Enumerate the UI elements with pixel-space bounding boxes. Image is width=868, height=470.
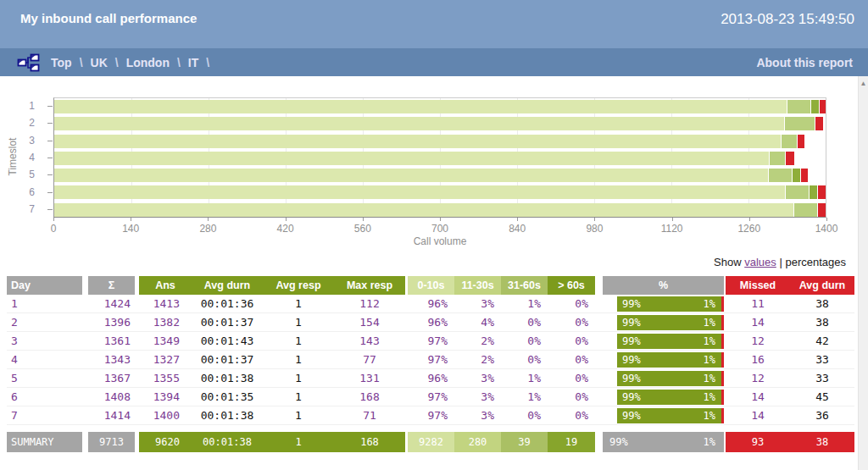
cell-0-10s[interactable]: 96%: [408, 295, 454, 313]
cell-11-30s[interactable]: 3%: [454, 388, 501, 406]
cell-11-30s[interactable]: 3%: [454, 295, 501, 313]
cell-gt60s[interactable]: 0%: [548, 332, 595, 351]
cell-0-10s[interactable]: 97%: [408, 388, 454, 406]
cell-gt60s[interactable]: 0%: [548, 388, 595, 406]
cell-11-30s[interactable]: 2%: [454, 332, 501, 351]
cell-ans[interactable]: 1394: [139, 388, 192, 406]
cell-max-resp[interactable]: 131: [334, 369, 405, 388]
bar-segment-11-30s: [785, 185, 809, 199]
y-tick-label-5: 5: [9, 169, 35, 180]
cell-gt60s[interactable]: 0%: [548, 406, 595, 425]
cell-day[interactable]: 1: [7, 295, 82, 313]
cell-max-resp[interactable]: 77: [334, 351, 405, 369]
chart-bar-timeslot-1: [54, 100, 826, 113]
cell-31-60s[interactable]: 0%: [501, 351, 548, 369]
cell-max-resp[interactable]: 154: [334, 313, 405, 332]
cell-sum[interactable]: 1424: [88, 295, 135, 313]
cell-sum[interactable]: 1408: [88, 388, 135, 406]
cell-31-60s[interactable]: 1%: [501, 369, 548, 388]
cell-31-60s[interactable]: 1%: [501, 295, 548, 313]
bar-segment-11-30s: [784, 117, 815, 130]
cell-0-10s[interactable]: 97%: [408, 332, 454, 351]
scrollbar[interactable]: ▲: [858, 76, 868, 470]
breadcrumb-item-it[interactable]: IT: [188, 56, 198, 69]
answered-missed-ratio-bar: 99%1%: [617, 371, 724, 386]
cell-11-30s[interactable]: 3%: [454, 406, 501, 425]
breadcrumb-separator: \: [80, 56, 83, 69]
cell-missed[interactable]: 14: [726, 388, 790, 406]
breadcrumb-item-top[interactable]: Top: [51, 56, 72, 69]
cell-avg-resp: 1: [263, 388, 334, 406]
cell-summary-label: SUMMARY: [7, 432, 82, 452]
cell-summary-avg-resp: 1: [263, 432, 334, 452]
breadcrumb-item-london[interactable]: London: [126, 56, 170, 69]
cell-day[interactable]: 4: [7, 351, 82, 369]
cell-gt60s[interactable]: 0%: [548, 313, 595, 332]
bar-segment-0-10s: [54, 100, 787, 113]
cell-missed[interactable]: 16: [726, 351, 790, 369]
cell-sum[interactable]: 1414: [88, 406, 135, 425]
x-tick-mark: [286, 218, 287, 221]
cell-day[interactable]: 5: [7, 369, 82, 388]
cell-31-60s[interactable]: 0%: [501, 313, 548, 332]
cell-day[interactable]: 7: [7, 406, 82, 425]
cell-max-resp[interactable]: 168: [334, 388, 405, 406]
cell-sum[interactable]: 1367: [88, 369, 135, 388]
cell-11-30s[interactable]: 3%: [454, 369, 501, 388]
cell-31-60s[interactable]: 0%: [501, 406, 548, 425]
cell-sum[interactable]: 1396: [88, 313, 135, 332]
about-this-report-link[interactable]: About this report: [756, 56, 853, 69]
cell-max-resp[interactable]: 71: [334, 406, 405, 425]
cell-gt60s[interactable]: 0%: [548, 369, 595, 388]
scroll-up-button[interactable]: ▲: [859, 76, 868, 90]
cell-day[interactable]: 3: [7, 332, 82, 351]
cell-day[interactable]: 2: [7, 313, 82, 332]
x-tick-mark: [53, 218, 54, 221]
cell-missed[interactable]: 12: [726, 332, 790, 351]
cell-avg-resp: 1: [263, 369, 334, 388]
col-header-avg-durn: Avg durn: [192, 276, 263, 295]
x-tick-label-0: 0: [51, 223, 57, 235]
breadcrumb-separator: \: [206, 56, 209, 69]
cell-summary-pct: 99% 1%: [603, 432, 724, 452]
bar-segment-0-10s: [54, 117, 784, 130]
cell-sum[interactable]: 1343: [88, 351, 135, 369]
cell-missed[interactable]: 14: [726, 406, 790, 425]
cell-0-10s[interactable]: 96%: [408, 369, 454, 388]
cell-0-10s[interactable]: 97%: [408, 406, 454, 425]
cell-avg-resp: 1: [263, 406, 334, 425]
show-values-link[interactable]: values: [744, 256, 776, 268]
cell-11-30s[interactable]: 4%: [454, 313, 501, 332]
cell-0-10s[interactable]: 96%: [408, 313, 454, 332]
cell-31-60s[interactable]: 1%: [501, 388, 548, 406]
cell-missed[interactable]: 14: [726, 313, 790, 332]
cell-sum[interactable]: 1361: [88, 332, 135, 351]
cell-ans[interactable]: 1400: [139, 406, 192, 425]
cell-ans[interactable]: 1355: [139, 369, 192, 388]
cell-0-10s[interactable]: 97%: [408, 351, 454, 369]
cell-11-30s[interactable]: 2%: [454, 351, 501, 369]
cell-max-resp[interactable]: 143: [334, 332, 405, 351]
cell-max-resp[interactable]: 112: [334, 295, 405, 313]
cell-avg-durn: 00:01:38: [192, 406, 263, 425]
table-header-row: Day Σ Ans Avg durn Avg resp Max resp 0-1…: [7, 276, 854, 295]
cell-ans[interactable]: 1327: [139, 351, 192, 369]
bar-segment-Missed: [797, 135, 804, 148]
breadcrumb-separator: \: [115, 56, 119, 69]
table-row: 31361134900:01:43114397%2%0%0%99%1%1242: [7, 332, 854, 351]
breadcrumb-item-uk[interactable]: UK: [91, 56, 108, 69]
cell-ans[interactable]: 1382: [139, 313, 192, 332]
cell-ans[interactable]: 1413: [139, 295, 192, 313]
cell-day[interactable]: 6: [7, 388, 82, 406]
cell-ans[interactable]: 1349: [139, 332, 192, 351]
answered-missed-ratio-bar: 99%1%: [617, 315, 724, 330]
cell-31-60s[interactable]: 0%: [501, 332, 548, 351]
cell-avg-durn: 00:01:37: [192, 313, 263, 332]
x-tick-label-1120: 1120: [661, 223, 683, 235]
y-tick-label-4: 4: [9, 152, 35, 163]
cell-missed[interactable]: 11: [726, 295, 790, 313]
cell-gt60s[interactable]: 0%: [548, 351, 595, 369]
cell-missed[interactable]: 12: [726, 369, 790, 388]
cell-gt60s[interactable]: 0%: [548, 295, 595, 313]
breadcrumb-bar: Top\UK\London\IT\ About this report: [0, 48, 868, 76]
